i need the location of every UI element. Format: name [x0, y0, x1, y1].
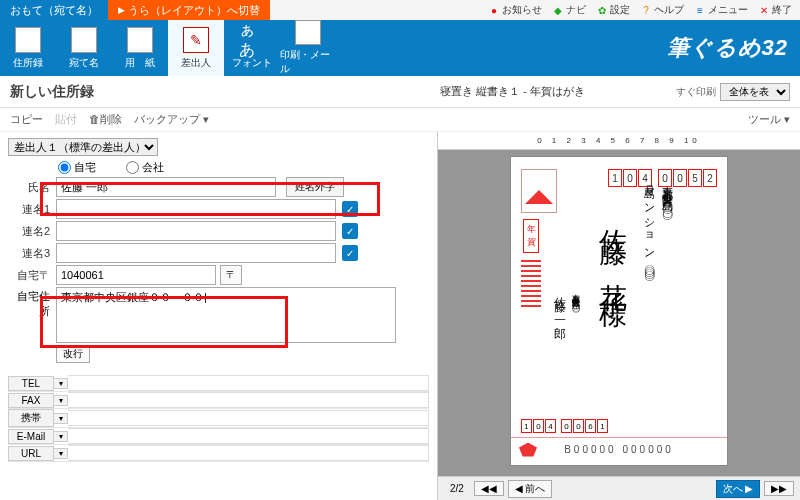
fuji-icon	[525, 190, 553, 204]
linebreak-button[interactable]: 改行	[56, 345, 90, 363]
recipient-address-1: 東京都中央区月島〇〇ー〇〇	[660, 177, 675, 203]
label-tel: TEL	[8, 376, 54, 391]
navi-icon: ◆	[552, 4, 564, 16]
ribbon: ▥住所録 ▤宛て名 ▯用 紙 ✎差出人 ぁあフォント ⎙印刷・メール 筆ぐるめ3…	[0, 20, 800, 76]
ren3-check[interactable]: ✓	[342, 245, 358, 261]
first-button[interactable]: ◀◀	[474, 481, 504, 496]
fax-dd[interactable]: ▾	[54, 395, 68, 406]
system-menu: ●お知らせ ◆ナビ ✿設定 ?ヘルプ ≡メニュー ✕終了	[488, 0, 800, 20]
sender-zip: 1040061	[521, 419, 608, 433]
ribbon-addressbook[interactable]: ▥住所録	[0, 20, 56, 76]
decoration-stripes	[521, 257, 541, 307]
nenga-mark: 年賀	[523, 219, 539, 253]
edit-toolbar: コピー 貼付 🗑削除 バックアップ ▾ ツール ▾	[0, 108, 800, 132]
label-address: 自宅住所	[8, 287, 56, 319]
trash-icon: 🗑	[89, 113, 100, 125]
radio-company[interactable]: 会社	[126, 160, 164, 175]
ruler: 0 1 2 3 4 5 6 7 8 9 10	[438, 132, 800, 150]
gaiji-button[interactable]: 姓名外字	[286, 177, 344, 197]
url-dd[interactable]: ▾	[54, 448, 68, 459]
help-icon: ?	[640, 4, 652, 16]
label-name: 氏名	[8, 180, 56, 195]
tab-front[interactable]: おもて（宛て名）	[0, 0, 108, 20]
tel-input[interactable]	[68, 375, 429, 391]
preview-navbar: 2/2 ◀◀ ◀ 前へ 次へ ▶ ▶▶	[438, 476, 800, 500]
app-brand: 筆ぐるめ32	[667, 33, 788, 63]
ribbon-print[interactable]: ⎙印刷・メール	[280, 20, 336, 76]
page-indicator: 2/2	[450, 483, 464, 494]
name-input[interactable]	[56, 177, 276, 197]
view-select[interactable]: 全体を表示	[720, 83, 790, 101]
mobile-dd[interactable]: ▾	[54, 413, 68, 424]
ribbon-atena[interactable]: ▤宛て名	[56, 20, 112, 76]
ren2-check[interactable]: ✓	[342, 223, 358, 239]
tel-dd[interactable]: ▾	[54, 378, 68, 389]
zip-input[interactable]	[56, 265, 216, 285]
ren1-check[interactable]: ✓	[342, 201, 358, 217]
page-title: 新しい住所録	[10, 83, 440, 101]
delete-button[interactable]: 🗑削除	[89, 112, 122, 127]
renmei3-input[interactable]	[56, 243, 336, 263]
postcard-preview: 1040052 年賀 東京都中央区月島〇〇ー〇〇 月島マンション〇〇〇〇 佐藤 …	[510, 156, 728, 466]
label-ren1: 連名1	[8, 202, 56, 217]
label-url: URL	[8, 446, 54, 461]
mobile-input[interactable]	[68, 410, 429, 426]
printer-icon: ⎙	[295, 20, 321, 45]
tab-back-switch[interactable]: うら（レイアウト）へ切替	[108, 0, 270, 20]
sender-icon: ✎	[183, 27, 209, 53]
renmei1-input[interactable]	[56, 199, 336, 219]
book-icon: ▥	[15, 27, 41, 53]
label-ren2: 連名2	[8, 224, 56, 239]
ribbon-font[interactable]: ぁあフォント	[224, 20, 280, 76]
email-dd[interactable]: ▾	[54, 431, 68, 442]
print-now-label: すぐ印刷	[676, 85, 716, 99]
ribbon-sender[interactable]: ✎差出人	[168, 20, 224, 76]
renmei2-input[interactable]	[56, 221, 336, 241]
card-icon: ▤	[71, 27, 97, 53]
exit-link[interactable]: ✕終了	[758, 3, 792, 17]
label-mobile: 携帯	[8, 409, 54, 427]
lottery-deco-icon	[519, 443, 537, 457]
close-icon: ✕	[758, 4, 770, 16]
news-link[interactable]: ●お知らせ	[488, 3, 542, 17]
label-fax: FAX	[8, 393, 54, 408]
font-icon: ぁあ	[239, 27, 265, 53]
radio-home[interactable]: 自宅	[58, 160, 96, 175]
backup-button[interactable]: バックアップ ▾	[134, 112, 209, 127]
sender-name-preview: 佐藤 一郎	[551, 287, 568, 321]
label-zip: 自宅〒	[8, 268, 56, 283]
contacts-table: TEL▾ FAX▾ 携帯▾ E-Mail▾ URL▾	[8, 375, 429, 462]
navi-link[interactable]: ◆ナビ	[552, 3, 586, 17]
settings-link[interactable]: ✿設定	[596, 3, 630, 17]
preview-title: 寝置き 縦書き１ - 年賀はがき	[440, 84, 676, 99]
bell-icon: ●	[488, 4, 500, 16]
zip-lookup-button[interactable]: 〒	[220, 265, 242, 285]
tool-button[interactable]: ツール ▾	[748, 112, 790, 127]
form-panel: 差出人１（標準の差出人） 自宅 会社 氏名 姓名外字 連名1 ✓ 連名2 ✓ 連…	[0, 132, 438, 500]
gear-icon: ✿	[596, 4, 608, 16]
recipient-name: 佐藤 花子様	[593, 207, 631, 286]
label-ren3: 連名3	[8, 246, 56, 261]
email-input[interactable]	[68, 428, 429, 444]
copy-button[interactable]: コピー	[10, 112, 43, 127]
ribbon-paper[interactable]: ▯用 紙	[112, 20, 168, 76]
recipient-address-2: 月島マンション〇〇〇〇	[642, 177, 657, 264]
paper-icon: ▯	[127, 27, 153, 53]
sender-select[interactable]: 差出人１（標準の差出人）	[8, 138, 158, 156]
next-button[interactable]: 次へ ▶	[716, 480, 760, 498]
stamp-area	[521, 169, 557, 213]
label-email: E-Mail	[8, 429, 54, 444]
last-button[interactable]: ▶▶	[764, 481, 794, 496]
address-input[interactable]: 東京都中央区銀座００－００|	[56, 287, 396, 343]
prev-button[interactable]: ◀ 前へ	[508, 480, 552, 498]
preview-panel: 0 1 2 3 4 5 6 7 8 9 10 1040052 年賀 東京都中央区…	[438, 132, 800, 500]
menu-icon: ≡	[694, 4, 706, 16]
paste-button[interactable]: 貼付	[55, 112, 77, 127]
fax-input[interactable]	[68, 392, 429, 408]
url-input[interactable]	[68, 445, 429, 461]
sender-address: 東京都中央区銀座〇〇ー〇〇	[569, 287, 580, 300]
menu-link[interactable]: ≡メニュー	[694, 3, 748, 17]
help-link[interactable]: ?ヘルプ	[640, 3, 684, 17]
lottery-area: B00000 000000	[511, 437, 727, 461]
